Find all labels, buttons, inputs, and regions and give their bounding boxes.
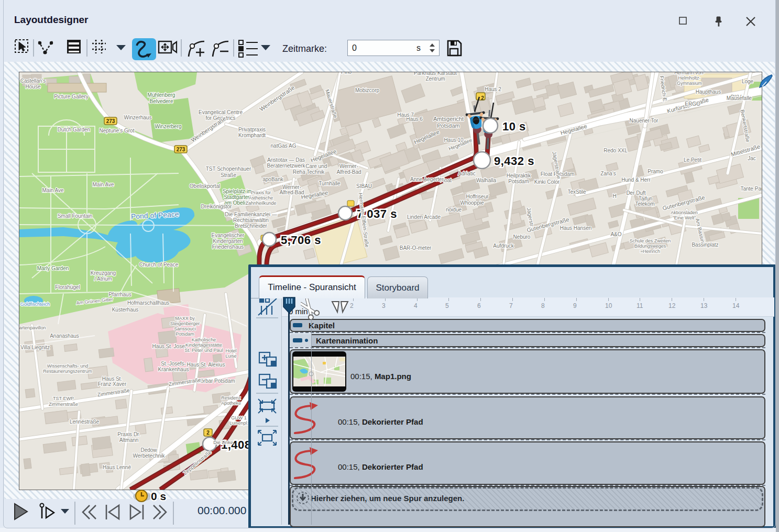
- svg-text:Main Ave: Main Ave: [42, 187, 64, 193]
- svg-text:Steigenberger: Steigenberger: [170, 321, 200, 326]
- svg-text:Amtsgericht: Amtsgericht: [433, 116, 464, 122]
- svg-text:Ästhetische: Ästhetische: [249, 195, 273, 201]
- svg-text:Haus 2: Haus 2: [485, 86, 501, 92]
- svg-text:MAXX by: MAXX by: [175, 316, 195, 321]
- svg-text:Aktionsladen: Aktionsladen: [671, 210, 698, 215]
- svg-text:Lennéstraße: Lennéstraße: [70, 419, 100, 425]
- svg-text:273: 273: [106, 118, 115, 124]
- svg-text:GUW 1: GUW 1: [231, 415, 247, 420]
- svg-text:Small Fountain: Small Fountain: [58, 213, 93, 219]
- svg-text:Stadtgarten: Stadtgarten: [224, 194, 251, 200]
- svg-text:apoBank: apoBank: [262, 176, 283, 182]
- svg-text:Evangelischer: Evangelischer: [212, 232, 245, 238]
- svg-text:Die Familienkanzlei —: Die Familienkanzlei —: [225, 212, 277, 217]
- svg-text:»Heinrich: »Heinrich: [640, 249, 660, 254]
- svg-text:Main Ave: Main Ave: [93, 182, 114, 187]
- svg-text:Reha Technik: Reha Technik: [293, 169, 325, 175]
- svg-text:Straße: Straße: [221, 172, 236, 178]
- svg-text:Bassinplatz: Bassinplatz: [692, 242, 718, 248]
- svg-text:Restaurierungszentrum: Restaurierungszentrum: [43, 369, 92, 374]
- svg-text:Praxis Dr.: Praxis Dr.: [117, 431, 140, 437]
- svg-text:Gymnasium: Gymnasium: [677, 81, 702, 86]
- svg-text:10 s: 10 s: [502, 120, 526, 133]
- svg-text:Haupthaus: Haupthaus: [696, 89, 721, 95]
- svg-text:Potsdam: Potsdam: [508, 179, 529, 184]
- svg-text:Zahnheilkunde: Zahnheilkunde: [245, 201, 276, 206]
- svg-text:Florahügel: Florahügel: [55, 284, 80, 290]
- svg-text:Kindertagesstätte: Kindertagesstätte: [185, 342, 222, 348]
- svg-text:Pramo: Pramo: [648, 169, 663, 174]
- svg-text:A&O: A&O: [610, 231, 621, 237]
- svg-text:Aufdruck: Aufdruck: [493, 243, 514, 249]
- svg-text:Dedow: Dedow: [140, 447, 157, 453]
- svg-text:Kreuzgang: Kreuzgang: [91, 270, 116, 276]
- svg-text:Nauener Tor: Nauener Tor: [630, 118, 659, 124]
- svg-text:Telekom: Telekom: [635, 201, 654, 207]
- svg-text:Luise: Luise: [225, 353, 237, 359]
- svg-text:Sanssouci: Sanssouci: [174, 326, 196, 331]
- svg-text:Haus St. Alexius: Haus St. Alexius: [187, 362, 225, 368]
- svg-text:H: H: [612, 193, 616, 199]
- svg-text:Altmann: Altmann: [119, 437, 139, 443]
- svg-text:BAR-O-meter: BAR-O-meter: [400, 245, 432, 251]
- svg-text:natGas AG: natGas AG: [271, 143, 297, 149]
- svg-text:House: House: [26, 84, 41, 90]
- svg-text:Schule des Zweiten: Schule des Zweiten: [630, 238, 671, 243]
- svg-text:9,432 s: 9,432 s: [494, 154, 534, 168]
- svg-text:Spielplatz im: Spielplatz im: [223, 189, 253, 194]
- svg-text:Kinki Color: Kinki Color: [534, 179, 560, 185]
- svg-text:Tante Pau: Tante Pau: [740, 186, 762, 192]
- svg-text:Hund & Herr: Hund & Herr: [621, 177, 651, 183]
- svg-text:Belvedere: Belvedere: [149, 98, 173, 104]
- svg-text:Alfred-Bad: Alfred-Bad: [336, 169, 361, 175]
- svg-text:Potsdam: Potsdam: [175, 331, 194, 337]
- svg-text:Krankenhaus: Krankenhaus: [158, 367, 189, 372]
- svg-text:Heilpraktik: Heilpraktik: [507, 173, 532, 179]
- svg-text:Jac: Jac: [748, 156, 756, 161]
- svg-text:Anne Aegerter: Anne Aegerter: [410, 176, 444, 182]
- svg-text:Whooppie: Whooppie: [460, 200, 484, 206]
- svg-text:ERGO: ERGO: [685, 101, 700, 107]
- svg-text:Hofmarschallhaus: Hofmarschallhaus: [127, 300, 169, 306]
- svg-text:Mausefalle: Mausefalle: [727, 95, 752, 101]
- svg-text:Marly Garden: Marly Garden: [37, 265, 69, 271]
- svg-text:Goldfischteich: Goldfischteich: [20, 302, 50, 307]
- svg-text:Haus Hansen: Haus Hansen: [560, 225, 592, 231]
- svg-text:St. Peter und Paul: St. Peter und Paul: [184, 348, 223, 353]
- svg-text:Friedenshaus: Friedenshaus: [212, 244, 244, 250]
- svg-text:Luisenpl.: Luisenpl.: [229, 420, 248, 426]
- svg-text:Privatpraxis: Privatpraxis: [238, 127, 266, 132]
- svg-text:2: 2: [206, 430, 210, 436]
- svg-text:Pfarrhaus: Pfarrhaus: [108, 292, 131, 297]
- svg-text:Der Duft: Der Duft: [626, 190, 645, 196]
- svg-text:Church of Peace: Church of Peace: [139, 262, 179, 268]
- svg-text:Pino: Pino: [341, 72, 352, 75]
- svg-text:Kromphardt: Kromphardt: [238, 132, 266, 138]
- svg-text:Zeitmarke:: Zeitmarke:: [282, 43, 327, 54]
- svg-text:Kindergarten: Kindergarten: [213, 238, 243, 244]
- svg-text:Parkhaus Karstadt: Parkhaus Karstadt: [414, 72, 457, 76]
- svg-text:Apotheke: Apotheke: [221, 401, 241, 406]
- svg-text:Linden Arcade: Linden Arcade: [407, 214, 441, 220]
- svg-text:Die Linke: Die Linke: [213, 440, 233, 445]
- svg-text:hörbar Potsdam: hörbar Potsdam: [198, 378, 235, 384]
- svg-text:Haus Lenné: Haus Lenné: [103, 464, 131, 470]
- svg-text:Obeliskportal: Obeliskportal: [190, 183, 220, 189]
- svg-text:Wissenschafts- und: Wissenschafts- und: [47, 363, 89, 369]
- svg-text:Hoffriseur: Hoffriseur: [466, 194, 489, 199]
- svg-text:Le Petit: Le Petit: [684, 157, 701, 163]
- svg-text:Zana's: Zana's: [600, 171, 616, 176]
- svg-text:Villa Liegnitz: Villa Liegnitz: [20, 345, 50, 350]
- svg-text:Haus 7: Haus 7: [397, 112, 414, 118]
- svg-text:Dutch Garden: Dutch Garden: [58, 127, 90, 132]
- svg-text:Winzerberg: Winzerberg: [155, 124, 181, 129]
- svg-text:St.-Josefs-: St.-Josefs-: [161, 361, 186, 367]
- svg-text:Zimmerstraße: Zimmerstraße: [49, 402, 78, 407]
- svg-text:Franz Xaver: Franz Xaver: [98, 381, 127, 387]
- svg-text:SIBAU: SIBAU: [356, 183, 372, 189]
- svg-text:Werner-: Werner-: [339, 163, 358, 169]
- svg-text:Castellan's: Castellan's: [20, 78, 46, 84]
- svg-text:2: 2: [481, 95, 484, 101]
- svg-text:Mühlenberg: Mühlenberg: [148, 92, 175, 98]
- svg-text:Bretschneider: Bretschneider: [235, 223, 267, 229]
